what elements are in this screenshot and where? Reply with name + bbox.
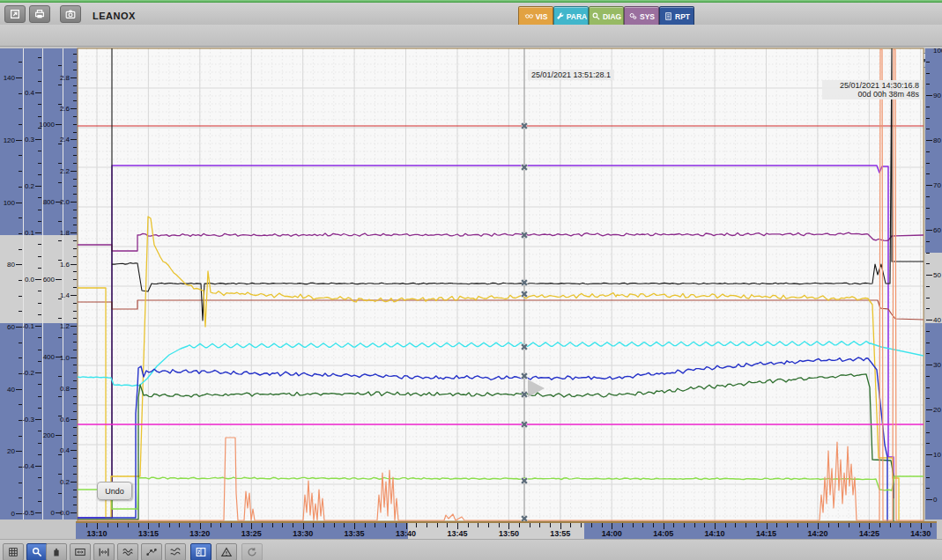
magnifier-icon [31, 546, 43, 558]
data-points-button[interactable] [141, 543, 162, 560]
time-tick [581, 523, 582, 527]
end-time-tooltip-date: 25/01/2021 14:30:16.8 [826, 81, 919, 90]
time-tick [323, 523, 324, 527]
time-tick [396, 523, 397, 527]
time-tick [334, 523, 335, 527]
time-tick [704, 523, 705, 527]
time-tick [591, 523, 592, 527]
trend-chart-canvas[interactable] [0, 0, 942, 560]
trace-dark-magenta-line [78, 232, 923, 251]
time-tick [849, 523, 849, 527]
time-tick [519, 523, 520, 527]
refresh-icon [246, 546, 258, 558]
grid-icon [7, 546, 19, 558]
time-tick [694, 523, 695, 527]
time-tick [756, 523, 757, 527]
time-tick [313, 523, 314, 527]
cursor-box-icon [195, 546, 207, 558]
time-tick [385, 523, 386, 527]
time-tick [602, 523, 603, 527]
fit-time-range-button[interactable] [93, 543, 115, 560]
warning-icon [220, 546, 233, 558]
time-label: 13:50 [499, 529, 519, 538]
time-tick [293, 523, 293, 527]
time-tick [828, 523, 829, 527]
time-tick [262, 523, 263, 527]
time-tick [344, 523, 345, 527]
time-tick [86, 523, 87, 527]
time-label: 14:25 [859, 529, 879, 538]
time-tick [673, 523, 674, 527]
time-tick [468, 523, 469, 527]
fit-width-icon [98, 546, 110, 558]
time-tick [375, 523, 375, 527]
waves-icon [122, 546, 134, 558]
time-tick [745, 523, 746, 527]
time-tick [169, 523, 170, 527]
time-tick [241, 523, 242, 527]
time-tick [220, 523, 221, 527]
time-tick [570, 523, 571, 527]
time-label: 13:15 [138, 529, 159, 538]
cursor-values-button[interactable] [190, 543, 211, 560]
zoom-extents-button[interactable] [70, 543, 91, 560]
time-tick [859, 523, 860, 527]
trend-application-window: LEANOX VISPARADIAGSYSRPT 25/01/2021 13:0… [0, 0, 942, 560]
time-label: 13:55 [550, 529, 570, 538]
time-tick [890, 523, 891, 527]
time-tick [416, 523, 417, 527]
time-tick [108, 523, 108, 527]
alarms-button[interactable] [216, 543, 237, 560]
time-tick [776, 523, 777, 527]
time-axis[interactable]: 13:1013:1513:2013:2513:3013:3513:4013:45… [76, 521, 937, 541]
time-label: 14:20 [807, 529, 827, 538]
time-tick [365, 523, 366, 527]
undo-button[interactable]: Undo [97, 482, 132, 500]
grid-toggle-button[interactable] [3, 543, 24, 560]
time-tick [231, 523, 232, 527]
time-tick [642, 523, 643, 527]
time-tick [725, 523, 726, 527]
cursor-time-tooltip: 25/01/2021 13:51:28.1 [528, 70, 614, 80]
time-tick [282, 523, 283, 527]
time-label: 14:10 [705, 529, 725, 538]
time-tick [684, 523, 685, 527]
time-label: 13:35 [345, 529, 365, 538]
time-tick [931, 523, 931, 527]
time-tick [437, 523, 438, 527]
end-time-tooltip-duration: 00d 00h 38m 48s [826, 90, 919, 99]
time-label: 13:45 [447, 529, 467, 538]
time-tick [879, 523, 880, 527]
time-label: 13:25 [241, 529, 262, 538]
time-tick [211, 523, 211, 527]
time-tick [447, 523, 448, 527]
time-tick [807, 523, 808, 527]
time-tick [550, 523, 551, 527]
curves-overlay-button[interactable] [117, 543, 138, 560]
time-tick [499, 523, 500, 527]
time-tick [797, 523, 798, 527]
time-label: 13:40 [396, 529, 416, 538]
time-tick [128, 523, 129, 527]
time-tick [426, 523, 427, 527]
zoom-tool-button[interactable] [26, 543, 48, 560]
trace-black-line [112, 48, 923, 518]
time-tick [478, 523, 478, 527]
time-tick [900, 523, 901, 527]
time-label: 14:00 [602, 529, 622, 538]
dots-line-icon [145, 546, 158, 558]
time-label: 14:15 [756, 529, 776, 538]
time-tick [910, 523, 911, 527]
time-tick [159, 523, 159, 527]
time-tick [735, 523, 736, 527]
time-tick [179, 523, 180, 527]
time-label: 13:30 [293, 529, 313, 538]
time-label: 13:20 [189, 529, 210, 538]
refresh-button[interactable] [241, 543, 263, 560]
pan-tool-button[interactable] [46, 543, 67, 560]
time-tick [539, 523, 540, 527]
time-tick [117, 523, 118, 527]
time-label: 14:05 [653, 529, 673, 538]
compare-curves-button[interactable] [165, 543, 186, 560]
time-tick [189, 523, 190, 527]
